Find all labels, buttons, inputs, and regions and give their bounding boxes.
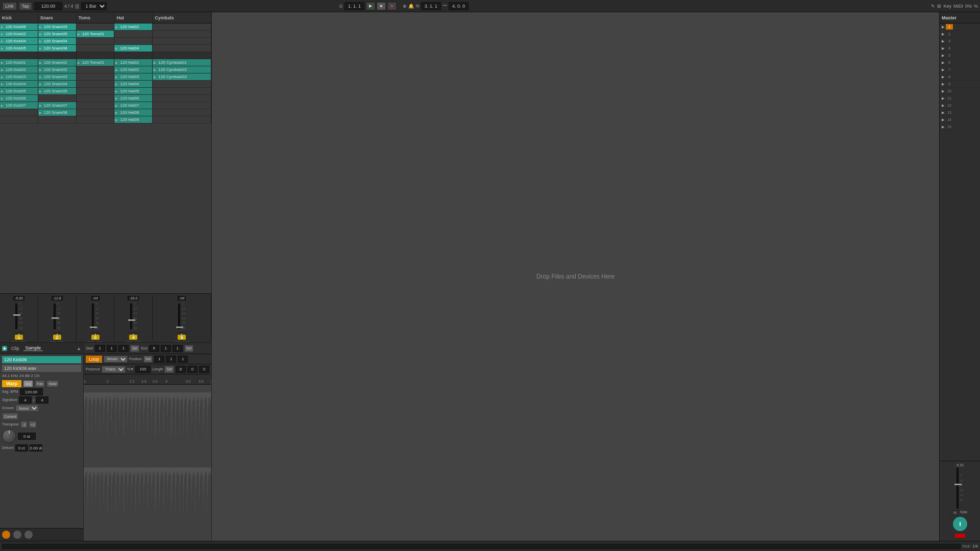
pos-input-2[interactable] bbox=[166, 356, 176, 363]
toms-cell[interactable]: ▶120 Toms01 bbox=[77, 59, 115, 66]
cymbals-mute-btn[interactable]: M bbox=[183, 341, 190, 342]
pos-input-3[interactable] bbox=[178, 356, 188, 363]
master-solo-btn[interactable]: S bbox=[951, 510, 959, 515]
kick-cell[interactable]: ▶120 Kick05 bbox=[0, 88, 38, 94]
snare-cell[interactable]: ▶120 Snare08 bbox=[38, 109, 77, 116]
kick-cell[interactable]: ▶120 Kick04 bbox=[0, 81, 38, 87]
kick-cell[interactable]: ▶120 Kick05 bbox=[0, 45, 38, 52]
transpose-down-btn[interactable]: -2 bbox=[20, 421, 28, 428]
sig-num-input[interactable] bbox=[19, 396, 32, 404]
master-track-5[interactable]: ▶ 5 bbox=[940, 52, 980, 59]
clip-more-btn[interactable]: ▲ bbox=[77, 346, 81, 351]
hat-solo-btn[interactable]: S bbox=[126, 341, 133, 342]
commit-button[interactable]: Commit bbox=[2, 413, 18, 420]
bottom-icon-3[interactable] bbox=[24, 531, 33, 539]
hat-fader-handle[interactable] bbox=[128, 319, 135, 321]
len-input-3[interactable] bbox=[199, 366, 209, 373]
position-set-btn[interactable]: Set bbox=[143, 356, 153, 363]
kick-cell[interactable]: ▶120 Kick01 bbox=[0, 59, 38, 66]
hat-cell[interactable]: ▶120 Hat01 bbox=[114, 59, 153, 66]
play-button[interactable]: ▶ bbox=[366, 2, 375, 10]
toms-fader-handle[interactable] bbox=[90, 327, 97, 328]
kick-cell[interactable]: ▶120 Kick07 bbox=[0, 102, 38, 109]
snare-solo-btn[interactable]: S bbox=[49, 341, 56, 342]
master-track-3[interactable]: ▶ 3 bbox=[940, 38, 980, 45]
master-track-13[interactable]: ▶ 13 bbox=[940, 109, 980, 116]
kick-cell[interactable]: ▶120 Kick06 bbox=[0, 95, 38, 102]
snare-cell[interactable]: ▶120 Snare01 bbox=[38, 59, 77, 66]
hat-cell[interactable]: ▶120 Hat04 bbox=[114, 81, 153, 87]
clip-name-display[interactable]: 120 Kick06 bbox=[2, 356, 81, 363]
bottom-icon-1[interactable] bbox=[2, 531, 10, 539]
link-button[interactable]: Link bbox=[2, 2, 17, 10]
master-track-15[interactable]: ▶ 15 bbox=[940, 123, 980, 131]
hat-cell[interactable]: ▶120 Hat03 bbox=[114, 73, 153, 80]
warp-button[interactable]: Warp bbox=[2, 380, 21, 387]
snare-cell[interactable]: ▶120 Snare03 bbox=[38, 73, 77, 80]
tab-clip[interactable]: Clip bbox=[9, 346, 21, 351]
cymbals-pan-knob[interactable] bbox=[177, 332, 187, 333]
snare-mute-btn[interactable]: M bbox=[58, 341, 65, 342]
loop-button[interactable]: Loop bbox=[86, 356, 102, 363]
hat-mute-btn[interactable]: M bbox=[134, 341, 141, 342]
kick-pan-knob[interactable] bbox=[14, 332, 24, 333]
cymbals-solo-btn[interactable]: S bbox=[174, 341, 181, 342]
beats-select[interactable]: Beats bbox=[104, 356, 128, 363]
master-track-12[interactable]: ▶ 12 bbox=[940, 102, 980, 109]
snare-cell[interactable]: ▶120 Snare05 bbox=[38, 88, 77, 94]
cymbal-cell[interactable]: ▶120 Cymbals03 bbox=[153, 73, 211, 80]
master-track-4[interactable]: ▶ 4 bbox=[940, 45, 980, 52]
waveform-display[interactable] bbox=[84, 385, 211, 541]
groove-select[interactable]: None bbox=[15, 405, 39, 412]
fade-button[interactable]: Fdn bbox=[35, 380, 45, 387]
preserve-val-input[interactable] bbox=[135, 366, 151, 373]
hat-cell[interactable]: ▶120 Hat07 bbox=[114, 102, 153, 109]
kick-cell[interactable]: ▶120 Kick06 bbox=[0, 23, 38, 30]
end-input-2[interactable] bbox=[161, 345, 171, 352]
hat-cell[interactable]: ▶120 Hat02 bbox=[114, 66, 153, 73]
snare-fader-handle[interactable] bbox=[52, 317, 59, 319]
start-input-2[interactable] bbox=[107, 345, 117, 352]
end-input-1[interactable] bbox=[149, 345, 159, 352]
record-button[interactable]: ● bbox=[387, 2, 397, 10]
ram-button[interactable]: RAM bbox=[46, 380, 59, 387]
end-input-3[interactable] bbox=[173, 345, 183, 352]
seg-bpm-input[interactable] bbox=[20, 388, 43, 395]
master-track-1[interactable]: ▶ 1 bbox=[940, 31, 980, 38]
tap-button[interactable]: Tap bbox=[19, 2, 33, 10]
bpm-input[interactable] bbox=[34, 2, 62, 10]
hat-cell[interactable]: ▶120 Hat08 bbox=[114, 109, 153, 116]
master-track-11[interactable]: ▶ 11 bbox=[940, 95, 980, 102]
transpose-knob[interactable] bbox=[2, 429, 16, 443]
cymbals-fader-handle[interactable] bbox=[176, 327, 183, 328]
kick-solo-btn[interactable]: S bbox=[11, 341, 18, 342]
snare-cell[interactable]: ▶120 Snare05 bbox=[38, 31, 77, 37]
master-fader-handle[interactable] bbox=[954, 484, 962, 485]
trans-select[interactable]: Trans bbox=[102, 366, 126, 373]
master-track-8[interactable]: ▶ 8 bbox=[940, 73, 980, 81]
snare-cell[interactable]: ▶120 Snare03 bbox=[38, 23, 77, 30]
len-input-1[interactable] bbox=[176, 366, 186, 373]
master-track-14[interactable]: ▶ 14 bbox=[940, 116, 980, 123]
master-track-2[interactable]: ▶ 2 bbox=[940, 23, 980, 31]
transpose-up-btn[interactable]: +2 bbox=[29, 421, 37, 428]
length-set-btn[interactable]: Set bbox=[164, 366, 174, 373]
kick-cell[interactable]: ▶120 Kick03 bbox=[0, 73, 38, 80]
master-track-9[interactable]: ▶ 9 bbox=[940, 81, 980, 88]
snare-cell[interactable]: ▶120 Snare04 bbox=[38, 81, 77, 87]
detune-ct-input[interactable] bbox=[15, 444, 28, 452]
stop-button[interactable]: ■ bbox=[377, 2, 386, 10]
cymbal-cell[interactable]: ▶120 Cymbals01 bbox=[153, 59, 211, 66]
transpose-val-input[interactable] bbox=[18, 433, 36, 440]
kick-cell[interactable]: ▶120 Kick02 bbox=[0, 66, 38, 73]
cymbal-cell[interactable]: ▶120 Cymbals02 bbox=[153, 66, 211, 73]
sig-den-input[interactable] bbox=[36, 396, 48, 404]
master-track-6[interactable]: ▶ 6 bbox=[940, 59, 980, 66]
snare-cell[interactable]: ▶120 Snare08 bbox=[38, 45, 77, 52]
start-input-3[interactable] bbox=[118, 345, 129, 352]
snare-cell[interactable]: ▶120 Snare04 bbox=[38, 38, 77, 44]
start-input-1[interactable] bbox=[95, 345, 105, 352]
bottom-icon-2[interactable] bbox=[13, 531, 21, 539]
tab-sample[interactable]: Sample bbox=[23, 345, 43, 351]
snare-pan-knob[interactable] bbox=[52, 332, 62, 333]
